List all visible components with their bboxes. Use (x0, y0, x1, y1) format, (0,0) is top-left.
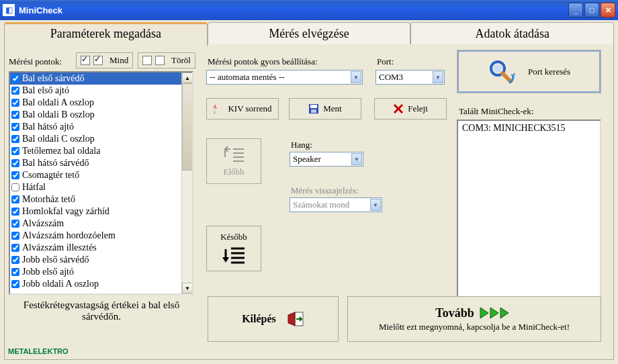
empty-check-icon (155, 56, 165, 65)
list-item[interactable]: Jobb első sárvédő (10, 254, 192, 266)
list-item-label: Jobb első sárvédő (22, 255, 89, 265)
kiv-order-label: KIV sorrend (228, 103, 271, 114)
points-listbox[interactable]: Bal első sárvédőBal első ajtóBal oldali … (9, 71, 193, 295)
sound-combo[interactable]: Speaker ▼ (290, 152, 363, 167)
list-item-checkbox[interactable] (11, 268, 19, 276)
list-item-checkbox[interactable] (11, 256, 19, 264)
list-item-checkbox[interactable] (11, 123, 19, 131)
minimize-button[interactable]: _ (568, 3, 583, 17)
list-item[interactable]: Motorház tető (10, 193, 192, 206)
move-up-label: Előbb (223, 167, 244, 177)
list-item-checkbox[interactable] (11, 87, 19, 95)
list-item[interactable]: Jobb első ajtó (10, 266, 192, 278)
next-button[interactable]: Tovább Mielőtt ezt megnyomná, kapcsolja … (347, 296, 601, 342)
sound-label: Hang: (291, 140, 312, 150)
list-item-label: Jobb első ajtó (22, 267, 74, 277)
check-icon (81, 56, 90, 65)
list-item[interactable]: Bal oldali A oszlop (10, 97, 192, 109)
list-item[interactable]: Bal hátsó sárvédő (10, 157, 192, 169)
sort-icon: A↓ (213, 103, 224, 114)
port-value: COM3 (379, 72, 403, 83)
list-item-checkbox[interactable] (11, 244, 19, 252)
empty-check-icon (142, 56, 152, 65)
list-item[interactable]: Hátfal (10, 181, 192, 193)
titlebar: ◧ MiniCheck _ □ ✕ (0, 0, 618, 20)
list-item-checkbox[interactable] (11, 147, 19, 155)
svg-text:↓: ↓ (213, 109, 216, 114)
svg-rect-3 (310, 105, 317, 108)
list-item-checkbox[interactable] (11, 135, 19, 143)
content-area: Paraméterek megadása Mérés elvégzése Ada… (0, 20, 618, 364)
scroll-down-button[interactable]: ▼ (182, 283, 193, 293)
close-button[interactable]: ✕ (601, 3, 615, 17)
list-item-label: Bal hátsó sárvédő (22, 158, 89, 169)
port-combo[interactable]: COM3 ▼ (376, 70, 445, 85)
search-icon (488, 58, 516, 85)
list-item[interactable]: Bal oldali C oszlop (10, 133, 192, 145)
list-item-label: Alvázszám illesztés (22, 242, 97, 253)
list-item-checkbox[interactable] (11, 232, 19, 240)
delete-icon (393, 103, 404, 114)
exit-label: Kilépés (242, 313, 276, 325)
list-item[interactable]: Alvázszám hordozóelem (10, 230, 192, 242)
tab-parameters[interactable]: Paraméterek megadása (4, 22, 208, 46)
port-search-button[interactable]: Port keresés (457, 50, 601, 93)
svg-point-16 (494, 64, 502, 73)
clear-all-label: Töröl (171, 55, 191, 66)
save-button[interactable]: Ment (289, 98, 361, 120)
list-item-checkbox[interactable] (11, 183, 19, 191)
list-item-checkbox[interactable] (11, 208, 19, 216)
list-item-label: Hátfal (22, 182, 46, 193)
save-label: Ment (323, 103, 341, 114)
tab-measurement[interactable]: Mérés elvégzése (208, 22, 411, 46)
clear-all-button[interactable]: Töröl (138, 52, 195, 69)
list-item[interactable]: Bal első sárvédő (10, 73, 192, 85)
next-label: Tovább (435, 306, 474, 320)
forget-label: Felejt (408, 103, 428, 114)
tab-strip: Paraméterek megadása Mérés elvégzése Ada… (4, 22, 614, 46)
list-item-checkbox[interactable] (11, 111, 19, 119)
list-item-label: Homlokfal vagy zárhíd (22, 206, 109, 217)
tab-data-transfer[interactable]: Adatok átadása (410, 22, 614, 46)
list-item[interactable]: Alvázszám (10, 218, 192, 230)
chevron-down-icon: ▼ (351, 153, 362, 165)
found-devices-list[interactable]: COM3: MINICHECK3515 (457, 120, 601, 302)
quick-set-combo[interactable]: -- automata mentés -- ▼ (206, 70, 363, 85)
scroll-up-button[interactable]: ▲ (182, 73, 193, 83)
list-item[interactable]: Tetőlemez bal oldala (10, 145, 192, 157)
list-item[interactable]: Alvázszám illesztés (10, 242, 192, 254)
list-item-checkbox[interactable] (11, 171, 19, 179)
list-item-checkbox[interactable] (11, 99, 19, 107)
list-item-checkbox[interactable] (11, 159, 19, 167)
list-item[interactable]: Bal első ajtó (10, 85, 192, 97)
forget-button[interactable]: Felejt (374, 98, 447, 120)
next-subtext: Mielőtt ezt megnyomná, kapcsolja be a Mi… (379, 322, 570, 332)
move-up-icon (222, 145, 245, 163)
scrollbar[interactable]: ▲ ▼ (181, 73, 192, 293)
app-icon: ◧ (3, 4, 15, 16)
list-item[interactable]: Csomagtér tető (10, 169, 192, 181)
list-item-checkbox[interactable] (11, 75, 19, 83)
found-label: Talált MiniCheck-ek: (459, 106, 533, 117)
maximize-button[interactable]: □ (584, 3, 599, 17)
move-down-label: Később (220, 232, 247, 242)
list-item-checkbox[interactable] (11, 220, 19, 228)
quick-set-value: -- automata mentés -- (210, 72, 285, 83)
forward-icon (480, 307, 513, 319)
scroll-thumb[interactable] (182, 83, 193, 171)
chevron-down-icon: ▼ (433, 71, 443, 83)
move-down-button[interactable]: Később (206, 226, 261, 271)
list-item[interactable]: Bal hátsó ajtó (10, 121, 192, 133)
kiv-order-button[interactable]: A↓ KIV sorrend (206, 98, 279, 120)
list-item[interactable]: Bal oldali B oszlop (10, 109, 192, 121)
chevron-down-icon: ▼ (351, 71, 361, 83)
list-item-checkbox[interactable] (11, 280, 19, 288)
list-item-label: Bal első sárvédő (22, 73, 85, 84)
select-all-button[interactable]: Mind (76, 52, 133, 69)
list-item-checkbox[interactable] (11, 195, 19, 203)
exit-button[interactable]: Kilépés (208, 296, 339, 342)
list-item[interactable]: Jobb oldali A oszlop (10, 278, 192, 290)
list-item-label: Csomagtér tető (22, 170, 79, 181)
list-item[interactable]: Homlokfal vagy zárhíd (10, 206, 192, 218)
found-device-item[interactable]: COM3: MINICHECK3515 (462, 123, 596, 134)
